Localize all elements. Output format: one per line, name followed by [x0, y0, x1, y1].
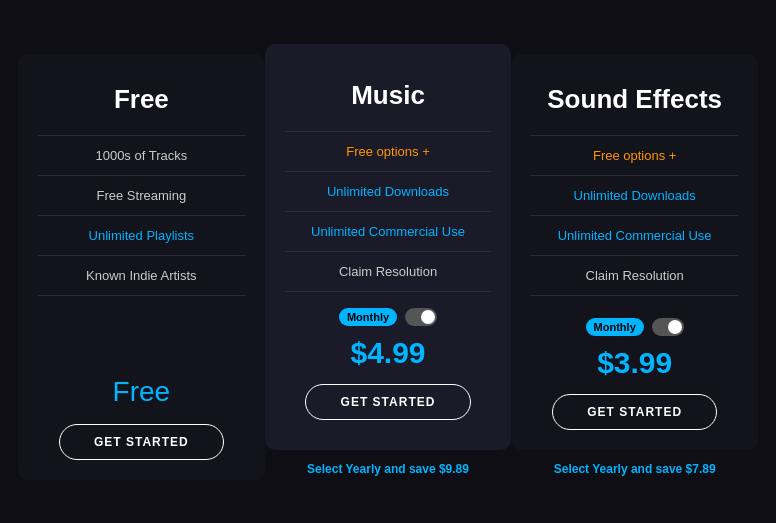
- plan-card-free: Free1000s of TracksFree StreamingUnlimit…: [18, 54, 265, 480]
- get-started-button-sound-effects[interactable]: GET STARTED: [552, 394, 717, 430]
- feature-item-sound-effects-3: Claim Resolution: [531, 256, 738, 296]
- feature-item-sound-effects-1: Unlimited Downloads: [531, 176, 738, 216]
- plan-wrapper-sound-effects: Sound EffectsFree options +Unlimited Dow…: [511, 54, 758, 480]
- toggle-label-sound-effects: Monthly: [586, 318, 644, 336]
- price-free-free: Free: [113, 376, 171, 408]
- feature-item-sound-effects-0: Free options +: [531, 136, 738, 176]
- toggle-label-music: Monthly: [339, 308, 397, 326]
- features-list-sound-effects: Free options +Unlimited DownloadsUnlimit…: [531, 135, 738, 296]
- features-list-music: Free options +Unlimited DownloadsUnlimit…: [285, 131, 492, 292]
- feature-item-sound-effects-2: Unlimited Commercial Use: [531, 216, 738, 256]
- plan-wrapper-music: MusicFree options +Unlimited DownloadsUn…: [265, 54, 512, 480]
- plan-card-sound-effects: Sound EffectsFree options +Unlimited Dow…: [511, 54, 758, 450]
- get-started-button-music[interactable]: GET STARTED: [305, 384, 470, 420]
- toggle-row-sound-effects[interactable]: Monthly: [586, 318, 684, 336]
- feature-item-music-1: Unlimited Downloads: [285, 172, 492, 212]
- pricing-container: Free1000s of TracksFree StreamingUnlimit…: [8, 34, 768, 490]
- price-section-sound-effects: Monthly$3.99GET STARTED: [531, 318, 738, 430]
- toggle-switch-sound-effects[interactable]: [652, 318, 684, 336]
- plan-card-music: MusicFree options +Unlimited DownloadsUn…: [265, 44, 512, 450]
- feature-item-free-3: Known Indie Artists: [38, 256, 245, 296]
- plan-title-sound-effects: Sound Effects: [547, 84, 722, 115]
- plan-title-free: Free: [114, 84, 169, 115]
- price-section-free: FreeGET STARTED: [38, 376, 245, 460]
- save-text-music: Select Yearly and save $9.89: [307, 458, 469, 480]
- price-amount-music: $4.99: [350, 336, 425, 370]
- features-list-free: 1000s of TracksFree StreamingUnlimited P…: [38, 135, 245, 296]
- price-section-music: Monthly$4.99GET STARTED: [285, 308, 492, 420]
- price-amount-sound-effects: $3.99: [597, 346, 672, 380]
- feature-item-free-1: Free Streaming: [38, 176, 245, 216]
- feature-item-music-2: Unlimited Commercial Use: [285, 212, 492, 252]
- get-started-button-free[interactable]: GET STARTED: [59, 424, 224, 460]
- feature-item-free-0: 1000s of Tracks: [38, 136, 245, 176]
- toggle-row-music[interactable]: Monthly: [339, 308, 437, 326]
- plan-title-music: Music: [351, 80, 425, 111]
- feature-item-music-3: Claim Resolution: [285, 252, 492, 292]
- feature-item-music-0: Free options +: [285, 132, 492, 172]
- plan-wrapper-free: Free1000s of TracksFree StreamingUnlimit…: [18, 54, 265, 480]
- save-text-sound-effects: Select Yearly and save $7.89: [554, 458, 716, 480]
- feature-item-free-2: Unlimited Playlists: [38, 216, 245, 256]
- toggle-switch-music[interactable]: [405, 308, 437, 326]
